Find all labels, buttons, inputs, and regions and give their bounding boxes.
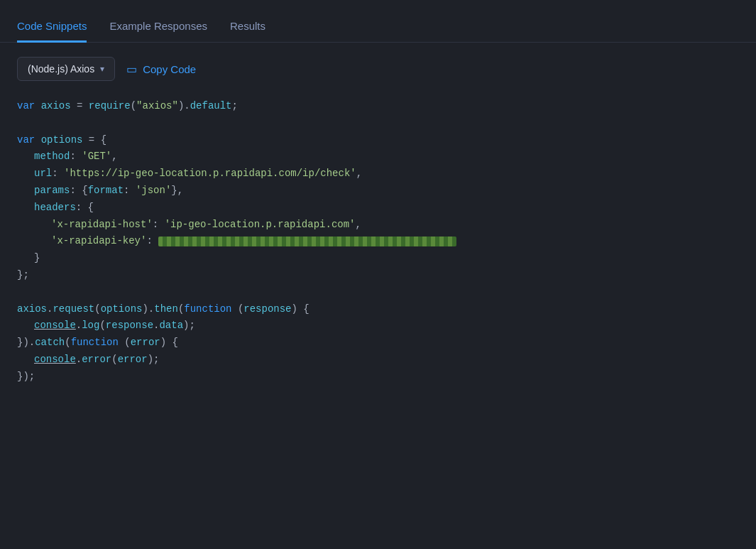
- code-line-3: var options = {: [17, 132, 739, 149]
- copy-code-button[interactable]: ▭ Copy Code: [126, 60, 196, 79]
- language-label: (Node.js) Axios: [28, 63, 94, 75]
- tab-code-snippets[interactable]: Code Snippets: [17, 11, 87, 43]
- app-container: Code Snippets Example Responses Results …: [0, 0, 756, 549]
- api-key-redacted: [158, 237, 456, 246]
- code-line-13: axios.request(options).then(function (re…: [17, 301, 739, 318]
- code-line-4: method: 'GET',: [17, 148, 739, 165]
- code-block: var axios = require("axios").default; va…: [17, 98, 739, 386]
- code-line-16: console.error(error);: [17, 352, 739, 369]
- copy-icon: ▭: [126, 62, 137, 76]
- code-line-blank-2: [17, 284, 739, 301]
- tab-example-responses[interactable]: Example Responses: [109, 11, 207, 43]
- code-line-blank-1: [17, 115, 739, 132]
- code-area: var axios = require("axios").default; va…: [0, 92, 756, 549]
- code-line-6: params: {format: 'json'},: [17, 183, 739, 200]
- language-dropdown[interactable]: (Node.js) Axios ▾: [17, 57, 115, 81]
- code-line-14: console.log(response.data);: [17, 317, 739, 335]
- code-line-5: url: 'https://ip-geo-location.p.rapidapi…: [17, 165, 739, 183]
- chevron-down-icon: ▾: [100, 64, 104, 74]
- code-line-1: var axios = require("axios").default;: [17, 98, 739, 115]
- code-line-11: };: [17, 267, 739, 284]
- copy-label: Copy Code: [143, 63, 196, 75]
- code-line-8: 'x-rapidapi-host': 'ip-geo-location.p.ra…: [17, 217, 739, 234]
- tab-results[interactable]: Results: [230, 11, 265, 43]
- code-line-17: });: [17, 369, 739, 386]
- code-line-9: 'x-rapidapi-key':: [17, 233, 739, 250]
- code-line-10: }: [17, 250, 739, 267]
- code-line-7: headers: {: [17, 200, 739, 217]
- code-line-15: }).catch(function (error) {: [17, 335, 739, 352]
- tabs-bar: Code Snippets Example Responses Results: [0, 0, 756, 43]
- code-toolbar: (Node.js) Axios ▾ ▭ Copy Code: [0, 43, 756, 92]
